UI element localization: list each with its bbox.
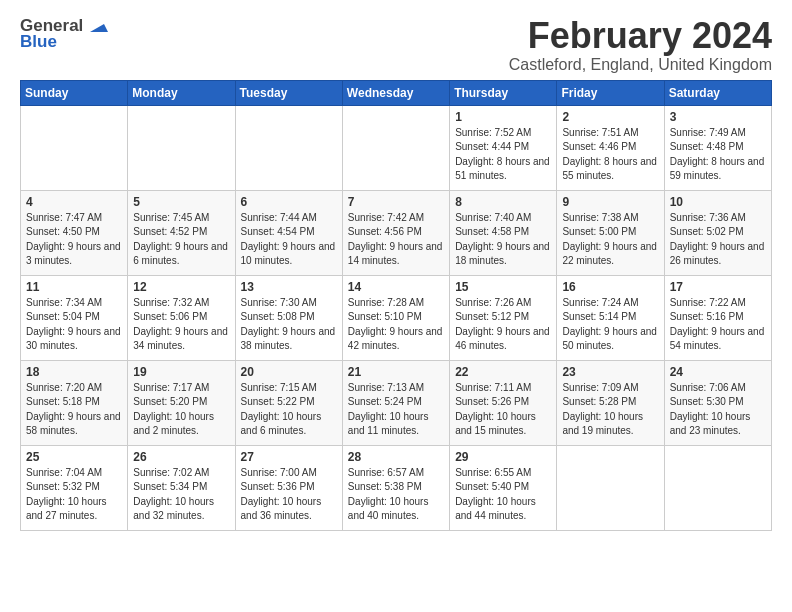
- day-info: Sunrise: 7:40 AM Sunset: 4:58 PM Dayligh…: [455, 211, 551, 269]
- calendar-subtitle: Castleford, England, United Kingdom: [509, 56, 772, 74]
- day-info: Sunrise: 7:45 AM Sunset: 4:52 PM Dayligh…: [133, 211, 229, 269]
- col-sunday: Sunday: [21, 80, 128, 105]
- col-friday: Friday: [557, 80, 664, 105]
- calendar-cell: 12Sunrise: 7:32 AM Sunset: 5:06 PM Dayli…: [128, 275, 235, 360]
- day-info: Sunrise: 7:24 AM Sunset: 5:14 PM Dayligh…: [562, 296, 658, 354]
- calendar-cell: 4Sunrise: 7:47 AM Sunset: 4:50 PM Daylig…: [21, 190, 128, 275]
- day-number: 10: [670, 195, 766, 209]
- col-thursday: Thursday: [450, 80, 557, 105]
- day-number: 14: [348, 280, 444, 294]
- calendar-cell: [235, 105, 342, 190]
- col-saturday: Saturday: [664, 80, 771, 105]
- logo-blue-text: Blue: [20, 32, 57, 52]
- calendar-cell: [128, 105, 235, 190]
- day-info: Sunrise: 7:28 AM Sunset: 5:10 PM Dayligh…: [348, 296, 444, 354]
- calendar-cell: 6Sunrise: 7:44 AM Sunset: 4:54 PM Daylig…: [235, 190, 342, 275]
- day-info: Sunrise: 6:55 AM Sunset: 5:40 PM Dayligh…: [455, 466, 551, 524]
- calendar-week-row: 4Sunrise: 7:47 AM Sunset: 4:50 PM Daylig…: [21, 190, 772, 275]
- calendar-cell: [21, 105, 128, 190]
- title-area: February 2024 Castleford, England, Unite…: [509, 16, 772, 74]
- calendar-body: 1Sunrise: 7:52 AM Sunset: 4:44 PM Daylig…: [21, 105, 772, 530]
- calendar-cell: 8Sunrise: 7:40 AM Sunset: 4:58 PM Daylig…: [450, 190, 557, 275]
- calendar-cell: 27Sunrise: 7:00 AM Sunset: 5:36 PM Dayli…: [235, 445, 342, 530]
- calendar-cell: 13Sunrise: 7:30 AM Sunset: 5:08 PM Dayli…: [235, 275, 342, 360]
- day-number: 8: [455, 195, 551, 209]
- col-wednesday: Wednesday: [342, 80, 449, 105]
- day-info: Sunrise: 7:02 AM Sunset: 5:34 PM Dayligh…: [133, 466, 229, 524]
- day-info: Sunrise: 7:52 AM Sunset: 4:44 PM Dayligh…: [455, 126, 551, 184]
- day-info: Sunrise: 7:32 AM Sunset: 5:06 PM Dayligh…: [133, 296, 229, 354]
- calendar-cell: 22Sunrise: 7:11 AM Sunset: 5:26 PM Dayli…: [450, 360, 557, 445]
- day-number: 1: [455, 110, 551, 124]
- day-number: 19: [133, 365, 229, 379]
- day-info: Sunrise: 7:13 AM Sunset: 5:24 PM Dayligh…: [348, 381, 444, 439]
- day-info: Sunrise: 7:42 AM Sunset: 4:56 PM Dayligh…: [348, 211, 444, 269]
- calendar-cell: 25Sunrise: 7:04 AM Sunset: 5:32 PM Dayli…: [21, 445, 128, 530]
- day-info: Sunrise: 7:34 AM Sunset: 5:04 PM Dayligh…: [26, 296, 122, 354]
- day-number: 21: [348, 365, 444, 379]
- calendar-cell: 2Sunrise: 7:51 AM Sunset: 4:46 PM Daylig…: [557, 105, 664, 190]
- calendar-cell: 7Sunrise: 7:42 AM Sunset: 4:56 PM Daylig…: [342, 190, 449, 275]
- calendar-cell: 14Sunrise: 7:28 AM Sunset: 5:10 PM Dayli…: [342, 275, 449, 360]
- day-info: Sunrise: 7:49 AM Sunset: 4:48 PM Dayligh…: [670, 126, 766, 184]
- calendar-cell: [664, 445, 771, 530]
- calendar-cell: 11Sunrise: 7:34 AM Sunset: 5:04 PM Dayli…: [21, 275, 128, 360]
- day-number: 28: [348, 450, 444, 464]
- calendar-cell: 26Sunrise: 7:02 AM Sunset: 5:34 PM Dayli…: [128, 445, 235, 530]
- calendar-cell: 29Sunrise: 6:55 AM Sunset: 5:40 PM Dayli…: [450, 445, 557, 530]
- day-number: 11: [26, 280, 122, 294]
- day-number: 18: [26, 365, 122, 379]
- calendar-cell: 19Sunrise: 7:17 AM Sunset: 5:20 PM Dayli…: [128, 360, 235, 445]
- day-number: 9: [562, 195, 658, 209]
- day-number: 27: [241, 450, 337, 464]
- calendar-cell: 9Sunrise: 7:38 AM Sunset: 5:00 PM Daylig…: [557, 190, 664, 275]
- day-number: 24: [670, 365, 766, 379]
- header-row: Sunday Monday Tuesday Wednesday Thursday…: [21, 80, 772, 105]
- calendar-cell: 5Sunrise: 7:45 AM Sunset: 4:52 PM Daylig…: [128, 190, 235, 275]
- calendar-cell: 18Sunrise: 7:20 AM Sunset: 5:18 PM Dayli…: [21, 360, 128, 445]
- svg-marker-0: [90, 24, 108, 32]
- day-info: Sunrise: 7:04 AM Sunset: 5:32 PM Dayligh…: [26, 466, 122, 524]
- day-info: Sunrise: 7:22 AM Sunset: 5:16 PM Dayligh…: [670, 296, 766, 354]
- calendar-cell: 21Sunrise: 7:13 AM Sunset: 5:24 PM Dayli…: [342, 360, 449, 445]
- calendar-cell: 28Sunrise: 6:57 AM Sunset: 5:38 PM Dayli…: [342, 445, 449, 530]
- calendar-week-row: 1Sunrise: 7:52 AM Sunset: 4:44 PM Daylig…: [21, 105, 772, 190]
- day-number: 7: [348, 195, 444, 209]
- day-number: 13: [241, 280, 337, 294]
- col-monday: Monday: [128, 80, 235, 105]
- calendar-cell: 3Sunrise: 7:49 AM Sunset: 4:48 PM Daylig…: [664, 105, 771, 190]
- col-tuesday: Tuesday: [235, 80, 342, 105]
- calendar-cell: [342, 105, 449, 190]
- day-number: 25: [26, 450, 122, 464]
- calendar-header: Sunday Monday Tuesday Wednesday Thursday…: [21, 80, 772, 105]
- day-info: Sunrise: 7:06 AM Sunset: 5:30 PM Dayligh…: [670, 381, 766, 439]
- calendar-cell: 1Sunrise: 7:52 AM Sunset: 4:44 PM Daylig…: [450, 105, 557, 190]
- day-info: Sunrise: 7:30 AM Sunset: 5:08 PM Dayligh…: [241, 296, 337, 354]
- day-number: 22: [455, 365, 551, 379]
- day-info: Sunrise: 7:38 AM Sunset: 5:00 PM Dayligh…: [562, 211, 658, 269]
- calendar-cell: 23Sunrise: 7:09 AM Sunset: 5:28 PM Dayli…: [557, 360, 664, 445]
- day-number: 12: [133, 280, 229, 294]
- day-info: Sunrise: 7:36 AM Sunset: 5:02 PM Dayligh…: [670, 211, 766, 269]
- day-info: Sunrise: 7:00 AM Sunset: 5:36 PM Dayligh…: [241, 466, 337, 524]
- calendar-cell: [557, 445, 664, 530]
- day-number: 23: [562, 365, 658, 379]
- calendar-week-row: 18Sunrise: 7:20 AM Sunset: 5:18 PM Dayli…: [21, 360, 772, 445]
- day-info: Sunrise: 7:51 AM Sunset: 4:46 PM Dayligh…: [562, 126, 658, 184]
- day-info: Sunrise: 7:09 AM Sunset: 5:28 PM Dayligh…: [562, 381, 658, 439]
- calendar-cell: 10Sunrise: 7:36 AM Sunset: 5:02 PM Dayli…: [664, 190, 771, 275]
- day-number: 16: [562, 280, 658, 294]
- calendar-title: February 2024: [509, 16, 772, 56]
- day-info: Sunrise: 7:15 AM Sunset: 5:22 PM Dayligh…: [241, 381, 337, 439]
- calendar-cell: 20Sunrise: 7:15 AM Sunset: 5:22 PM Dayli…: [235, 360, 342, 445]
- day-info: Sunrise: 7:44 AM Sunset: 4:54 PM Dayligh…: [241, 211, 337, 269]
- day-number: 20: [241, 365, 337, 379]
- day-info: Sunrise: 7:11 AM Sunset: 5:26 PM Dayligh…: [455, 381, 551, 439]
- calendar-week-row: 25Sunrise: 7:04 AM Sunset: 5:32 PM Dayli…: [21, 445, 772, 530]
- calendar-cell: 17Sunrise: 7:22 AM Sunset: 5:16 PM Dayli…: [664, 275, 771, 360]
- page-header: General Blue February 2024 Castleford, E…: [20, 16, 772, 74]
- day-number: 2: [562, 110, 658, 124]
- day-number: 17: [670, 280, 766, 294]
- calendar-week-row: 11Sunrise: 7:34 AM Sunset: 5:04 PM Dayli…: [21, 275, 772, 360]
- day-info: Sunrise: 6:57 AM Sunset: 5:38 PM Dayligh…: [348, 466, 444, 524]
